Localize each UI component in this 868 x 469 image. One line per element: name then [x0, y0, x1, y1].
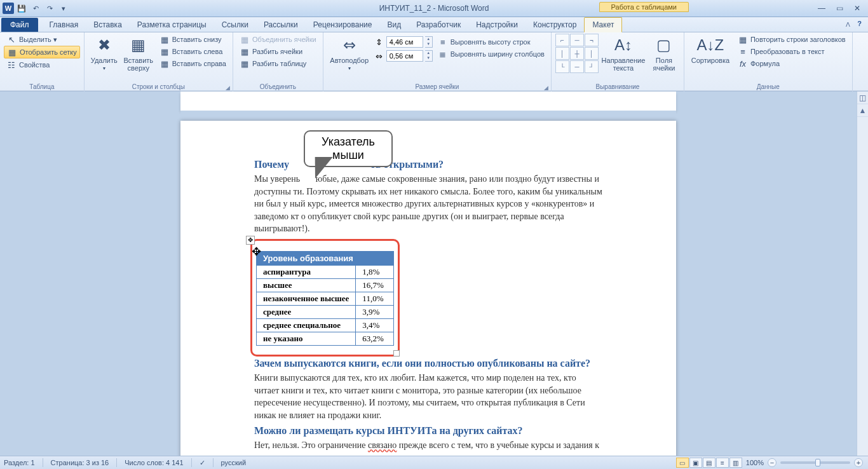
print-layout-view-icon[interactable]: ▭	[676, 458, 689, 468]
zoom-thumb[interactable]	[815, 459, 820, 466]
repeat-header-button[interactable]: ▦Повторить строки заголовков	[735, 34, 848, 45]
view-gridlines-button[interactable]: ▦Отобразить сетку	[4, 46, 80, 58]
tab-mailings[interactable]: Рассылки	[256, 18, 306, 32]
group-rowscols-label: Строки и столбцы◢	[88, 83, 229, 92]
tab-file[interactable]: Файл	[1, 18, 38, 32]
tab-view[interactable]: Вид	[379, 18, 409, 32]
zoom-slider[interactable]	[780, 461, 850, 464]
web-view-icon[interactable]: ▤	[703, 458, 715, 468]
tab-home[interactable]: Главная	[42, 18, 86, 32]
distribute-rows-button[interactable]: ≡Выровнять высоту строк	[435, 36, 547, 48]
select-button[interactable]: ↖Выделить ▾	[4, 34, 80, 45]
align-tc[interactable]: ─	[570, 34, 584, 46]
status-section[interactable]: Раздел: 1	[4, 459, 35, 466]
outline-view-icon[interactable]: ≡	[716, 458, 729, 468]
formula-button[interactable]: fxФормула	[735, 58, 848, 69]
distribute-cols-button[interactable]: ≣Выровнять ширину столбцов	[435, 48, 547, 60]
view-buttons: ▭ ▣ ▤ ≡ ▥	[676, 458, 742, 468]
cell-margins-button[interactable]: ▢Поля ячейки	[648, 34, 680, 73]
document-area[interactable]: Указатель мыши Почему ть открытыми? Мы у…	[0, 92, 868, 456]
table-row: среднее специальное3,4%	[257, 318, 394, 332]
tab-references[interactable]: Ссылки	[214, 18, 256, 32]
callout-mouse-pointer: Указатель мыши	[304, 130, 393, 167]
align-tl[interactable]: ⌐	[555, 34, 569, 46]
status-words[interactable]: Число слов: 4 141	[125, 459, 183, 466]
page[interactable]: Указатель мыши Почему ть открытыми? Мы у…	[180, 121, 676, 456]
ruler-toggle-icon[interactable]: ◫	[857, 92, 868, 104]
properties-button[interactable]: ☷Свойства	[4, 59, 80, 71]
insert-below-button[interactable]: ▦Вставить снизу	[157, 34, 229, 45]
undo-icon[interactable]: ↶	[29, 2, 42, 15]
zoom-level[interactable]: 100%	[746, 459, 764, 466]
word-app-icon[interactable]: W	[3, 3, 14, 14]
education-table[interactable]: Уровень образования аспирантура1,8% высш…	[256, 251, 394, 346]
insert-right-icon: ▦	[159, 58, 170, 69]
height-spinner[interactable]: ▲▼	[425, 36, 433, 48]
align-bl[interactable]: └	[555, 60, 569, 73]
zoom-in-button[interactable]: +	[854, 458, 863, 467]
restore-icon[interactable]: ▭	[832, 4, 846, 13]
tab-insert[interactable]: Вставка	[86, 18, 130, 32]
insert-above-button[interactable]: ▦Вставить сверху	[123, 34, 154, 73]
status-page[interactable]: Страница: 3 из 16	[51, 459, 109, 466]
align-mc[interactable]: ┼	[570, 47, 584, 60]
align-bc[interactable]: ─	[570, 60, 584, 73]
col-width-input[interactable]: ⇔ 0,56 см ▲▼	[374, 50, 433, 62]
draft-view-icon[interactable]: ▥	[729, 458, 742, 468]
zoom-out-button[interactable]: −	[768, 458, 776, 467]
align-br[interactable]: ┘	[585, 60, 599, 73]
prev-page-bottom	[180, 92, 676, 111]
split-table-button[interactable]: ▦Разбить таблицу	[237, 58, 319, 69]
insert-left-button[interactable]: ▦Вставить слева	[157, 46, 229, 57]
redo-icon[interactable]: ↷	[43, 2, 56, 15]
insert-right-button[interactable]: ▦Вставить справа	[157, 58, 229, 69]
minimize-icon[interactable]: —	[815, 4, 829, 13]
launcher-icon[interactable]: ◢	[544, 85, 548, 91]
delete-icon: ✖	[94, 35, 114, 55]
autofit-button[interactable]: ⇔Автоподбор▾	[327, 34, 372, 72]
align-ml[interactable]: │	[555, 47, 569, 60]
tab-page-layout[interactable]: Разметка страницы	[130, 18, 214, 32]
heading-3: Можно ли размещать курсы ИНТУИТа на друг…	[254, 425, 602, 437]
align-mr[interactable]: │	[585, 47, 599, 60]
qat-customize-icon[interactable]: ▾	[57, 2, 70, 15]
text-direction-button[interactable]: A↕Направление текста	[601, 34, 646, 73]
right-sidebar: ◫ ▲	[857, 92, 868, 456]
cursor-icon: ↖	[6, 34, 17, 44]
tab-addins[interactable]: Надстройки	[468, 18, 526, 32]
col-width-value[interactable]: 0,56 см	[386, 50, 423, 62]
width-spinner[interactable]: ▲▼	[425, 50, 433, 62]
sort-button[interactable]: A↓ZСортировка	[688, 34, 733, 65]
split-cells-button[interactable]: ▦Разбить ячейки	[237, 46, 319, 57]
move-cursor-icon: ✥	[252, 245, 261, 259]
page-gap	[180, 111, 676, 121]
align-tr[interactable]: ¬	[585, 34, 599, 46]
distribute-rows-icon: ≡	[438, 37, 448, 47]
convert-to-text-button[interactable]: ≡Преобразовать в текст	[735, 46, 848, 57]
close-icon[interactable]: ✕	[850, 4, 864, 13]
launcher-icon[interactable]: ◢	[226, 85, 230, 91]
reading-view-icon[interactable]: ▣	[689, 458, 702, 468]
table-header[interactable]: Уровень образования	[257, 251, 394, 265]
tab-table-layout[interactable]: Макет	[584, 17, 622, 32]
status-language[interactable]: русский	[221, 459, 246, 466]
row-height-value[interactable]: 4,46 см	[386, 36, 423, 48]
status-bar: Раздел: 1 Страница: 3 из 16 Число слов: …	[0, 456, 868, 469]
proofing-icon[interactable]: ✓	[200, 459, 205, 467]
delete-button[interactable]: ✖Удалить▾	[88, 34, 120, 72]
title-bar: W 💾 ↶ ↷ ▾ ИНТУИТ_11_2 - Microsoft Word Р…	[0, 0, 868, 17]
ribbon-min-icon[interactable]: ᐱ	[846, 21, 850, 28]
distribute-cols-icon: ≣	[438, 49, 448, 59]
help-icon[interactable]: ?	[857, 20, 862, 27]
table-move-handle[interactable]: ✥	[246, 236, 255, 245]
row-height-input[interactable]: ⇕ 4,46 см ▲▼	[374, 36, 433, 48]
grid-icon: ▦	[7, 47, 17, 57]
tab-table-design[interactable]: Конструктор	[526, 18, 584, 32]
tab-developer[interactable]: Разработчик	[409, 18, 468, 32]
table-row: среднее3,9%	[257, 305, 394, 318]
scroll-up-icon[interactable]: ▲	[857, 104, 868, 117]
save-icon[interactable]: 💾	[15, 2, 28, 15]
alignment-grid[interactable]: ⌐─¬ │┼│ └─┘	[555, 34, 599, 73]
contextual-tab-header: Работа с таблицами	[599, 2, 689, 12]
tab-review[interactable]: Рецензирование	[306, 18, 380, 32]
